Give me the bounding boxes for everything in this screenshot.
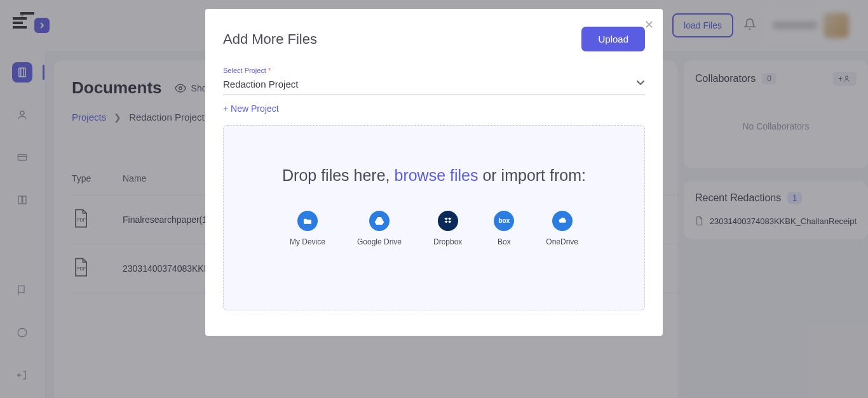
folder-icon bbox=[297, 211, 318, 231]
browse-files-link[interactable]: browse files bbox=[394, 166, 478, 184]
new-project-link[interactable]: + New Project bbox=[223, 103, 279, 114]
close-icon: ✕ bbox=[644, 18, 654, 31]
add-files-modal: ✕ Add More Files Upload Select Project *… bbox=[205, 9, 663, 336]
google-drive-icon bbox=[369, 211, 390, 231]
upload-button[interactable]: Upload bbox=[581, 27, 645, 51]
project-select[interactable]: Redaction Project bbox=[223, 74, 645, 95]
close-button[interactable]: ✕ bbox=[644, 18, 654, 32]
chevron-down-icon bbox=[636, 78, 645, 90]
file-dropzone[interactable]: Drop files here, browse files or import … bbox=[223, 125, 645, 310]
modal-title: Add More Files bbox=[223, 31, 317, 48]
select-project-label: Select Project * bbox=[223, 67, 645, 74]
source-dropbox[interactable]: Dropbox bbox=[433, 211, 462, 246]
dropbox-icon bbox=[438, 211, 458, 231]
onedrive-icon bbox=[552, 211, 573, 231]
source-box[interactable]: box Box bbox=[494, 211, 514, 246]
drop-instructions: Drop files here, browse files or import … bbox=[236, 164, 632, 188]
box-icon: box bbox=[494, 211, 514, 231]
project-select-value: Redaction Project bbox=[223, 79, 298, 90]
source-onedrive[interactable]: OneDrive bbox=[546, 211, 578, 246]
source-google-drive[interactable]: Google Drive bbox=[357, 211, 402, 246]
modal-overlay[interactable]: ✕ Add More Files Upload Select Project *… bbox=[0, 0, 868, 398]
source-my-device[interactable]: My Device bbox=[290, 211, 325, 246]
